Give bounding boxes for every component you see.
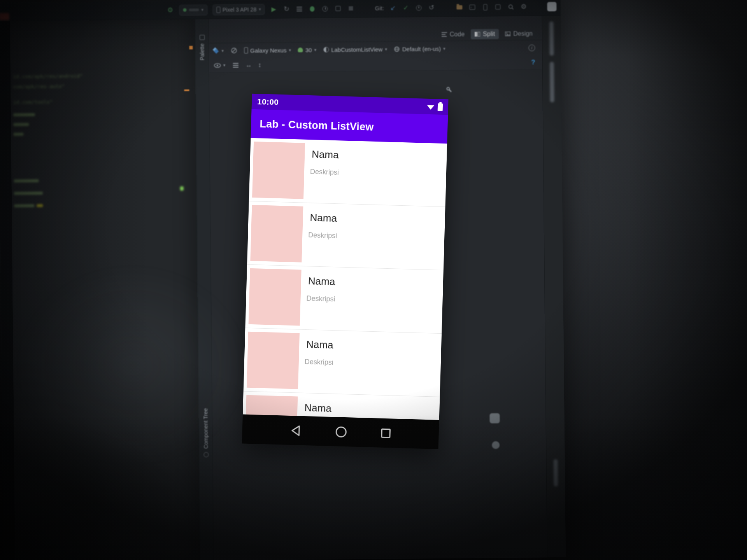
code-tab-icon	[442, 32, 447, 37]
view-options-menu[interactable]: ▾	[214, 63, 226, 68]
wifi-icon	[426, 103, 435, 110]
back-button-icon[interactable]	[290, 425, 301, 437]
device-manager-button[interactable]	[481, 3, 489, 11]
chevron-down-icon: ▾	[201, 8, 203, 12]
run-list-icon[interactable]	[296, 5, 303, 13]
module-name-blur	[189, 9, 199, 11]
locale-menu-label: Default (en-us)	[402, 45, 441, 52]
run-button[interactable]: ▶	[270, 5, 278, 13]
match-width-button[interactable]: ↔	[245, 61, 252, 68]
build-hammer-icon[interactable]: ⚙	[166, 6, 174, 14]
terminal-button[interactable]: ›	[468, 3, 476, 11]
design-tools-wrench-icon[interactable]	[446, 87, 452, 93]
code-line-blur	[14, 179, 39, 183]
search-icon	[508, 4, 514, 10]
api-level-menu[interactable]: 30 ▾	[298, 46, 316, 53]
history-button[interactable]	[415, 4, 423, 12]
component-tree-tab[interactable]: Component Tree	[202, 408, 209, 448]
theme-icon	[323, 47, 329, 52]
surface-selector[interactable]: ▾	[213, 48, 224, 53]
item-name: Nama	[312, 148, 339, 161]
palette-tab[interactable]: Palette	[199, 44, 205, 61]
night-mode-toggle[interactable]	[231, 47, 237, 54]
gutter-mark	[180, 186, 184, 191]
code-editor-pane[interactable]: id.com/apk/res/android" com/apk/res-auto…	[10, 19, 200, 560]
tab-design[interactable]: Design	[501, 28, 537, 39]
user-avatar[interactable]	[547, 2, 556, 11]
code-line: com/apk/res-auto"	[13, 83, 65, 89]
item-name: Nama	[306, 338, 333, 351]
device-menu[interactable]: Galaxy Nexus ▾	[244, 47, 291, 54]
error-stripe-mark	[0, 13, 9, 20]
component-tree-tab-icon	[203, 452, 209, 457]
zoom-control-button[interactable]	[489, 413, 500, 423]
module-selector[interactable]: ▾	[179, 4, 207, 16]
restart-activity-button[interactable]: ↻	[283, 5, 291, 13]
settings-button[interactable]: ⚙	[520, 3, 528, 10]
match-height-button[interactable]: ↕	[258, 61, 261, 68]
stop-button[interactable]	[347, 4, 355, 12]
custom-listview: Nama Deskripsi Nama Deskripsi Nama Deskr…	[243, 138, 447, 420]
item-image-placeholder	[249, 268, 302, 326]
code-line-blur	[14, 204, 34, 207]
layout-design-pane: Code Split Design ▾	[209, 16, 547, 560]
tool-window-tab-blur[interactable]	[550, 62, 554, 102]
module-status-dot	[183, 8, 186, 12]
tool-window-tab-blur[interactable]	[549, 21, 554, 56]
layers-icon	[213, 48, 219, 53]
tab-code[interactable]: Code	[438, 29, 468, 40]
home-button-icon[interactable]	[335, 426, 347, 438]
item-name: Nama	[304, 402, 331, 415]
project-folder-button[interactable]	[456, 4, 463, 11]
sdk-manager-button[interactable]	[494, 3, 502, 11]
eye-icon	[214, 63, 221, 68]
status-time: 10:00	[257, 97, 279, 107]
help-button[interactable]: ?	[531, 58, 535, 66]
recents-button-icon[interactable]	[381, 428, 391, 438]
pan-control-button[interactable]	[492, 441, 500, 449]
code-line: id.com/tools"	[13, 99, 53, 105]
device-selector-label: Pixel 3 API 28	[223, 6, 256, 13]
tool-window-tab-blur[interactable]	[554, 459, 558, 486]
api-level-label: 30	[305, 47, 312, 53]
design-surface[interactable]: 10:00 Lab - Custom ListView Nama	[209, 70, 547, 560]
issues-info-icon[interactable]: i	[528, 44, 535, 51]
tab-split[interactable]: Split	[471, 29, 499, 39]
attach-debugger-button[interactable]	[334, 5, 342, 12]
screen-photo: ⚙ ▾ Pixel 3 API 28 ▾ ▶ ↻ Git: ↙ ✓ ↺	[0, 0, 747, 560]
item-image-placeholder	[252, 142, 305, 199]
locale-menu[interactable]: Default (en-us) ▾	[394, 45, 445, 52]
profiler-button[interactable]	[321, 5, 329, 12]
debug-button[interactable]	[309, 5, 316, 12]
phone-preview[interactable]: 10:00 Lab - Custom ListView Nama	[242, 94, 449, 449]
chevron-down-icon: ▾	[259, 7, 261, 11]
device-menu-label: Galaxy Nexus	[250, 47, 287, 54]
list-item[interactable]: Nama Deskripsi	[244, 328, 442, 397]
item-name: Nama	[310, 212, 337, 224]
globe-icon	[394, 46, 400, 52]
item-description: Deskripsi	[308, 231, 337, 240]
item-description: Deskripsi	[305, 358, 334, 367]
code-tag-blur	[37, 204, 43, 207]
git-update-button[interactable]: ↙	[389, 4, 397, 12]
search-everywhere-button[interactable]	[507, 3, 515, 10]
component-list-button[interactable]	[231, 61, 239, 69]
battery-icon	[438, 103, 443, 111]
git-commit-button[interactable]: ✓	[402, 4, 410, 12]
split-tab-icon	[475, 32, 480, 36]
list-item[interactable]: Nama Deskripsi	[245, 265, 443, 334]
theme-menu-label: LabCustomListView	[331, 46, 382, 53]
theme-menu[interactable]: LabCustomListView ▾	[323, 46, 387, 53]
palette-tab-icon	[200, 35, 205, 40]
code-line: id.com/apk/res/android"	[13, 73, 83, 80]
code-line-blur	[13, 113, 35, 117]
list-item[interactable]: Nama Deskripsi	[249, 138, 447, 207]
list-item[interactable]: Nama Deskripsi	[247, 201, 445, 270]
chevron-down-icon: ▾	[314, 47, 317, 52]
chevron-down-icon: ▾	[223, 63, 226, 67]
rollback-button[interactable]: ↺	[428, 4, 435, 11]
android-icon	[298, 47, 303, 52]
chevron-down-icon: ▾	[289, 48, 291, 52]
item-image-placeholder	[250, 205, 303, 262]
device-selector[interactable]: Pixel 3 API 28 ▾	[212, 4, 265, 15]
